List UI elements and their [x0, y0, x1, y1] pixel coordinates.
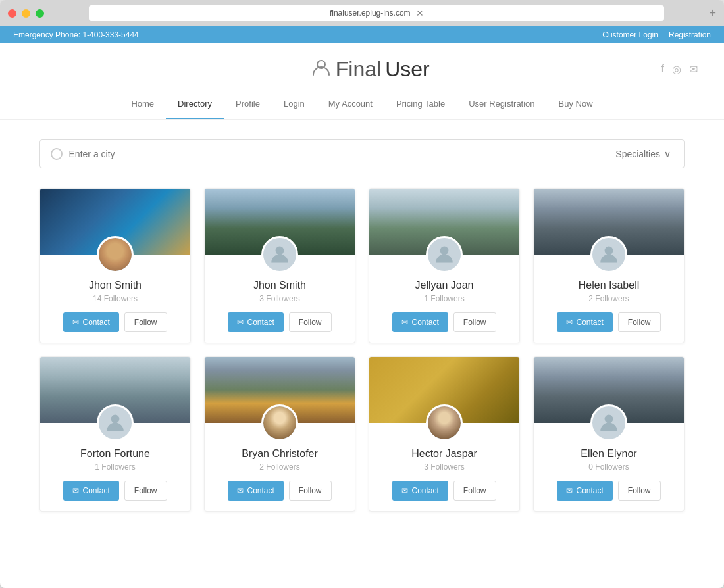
card-body: Jellyan Joan 1 Followers ✉ Contact Follo…	[369, 273, 519, 343]
card-followers: 1 Followers	[51, 462, 180, 472]
contact-label: Contact	[411, 486, 438, 495]
card-actions: ✉ Contact Follow	[380, 312, 509, 332]
svg-point-1	[276, 247, 284, 255]
page-content: Emergency Phone: 1-400-333-5444 Customer…	[0, 26, 724, 588]
card-body: Bryan Christofer 2 Followers ✉ Contact F…	[205, 441, 355, 511]
follow-button[interactable]: Follow	[124, 481, 167, 501]
browser-titlebar: finaluser.eplug-ins.com ✕ +	[0, 0, 724, 26]
location-icon	[51, 148, 63, 160]
card-body: Jhon Smith 14 Followers ✉ Contact Follow	[40, 273, 190, 343]
card-followers: 3 Followers	[215, 294, 344, 303]
mail-icon[interactable]: ✉	[689, 63, 698, 76]
close-button[interactable]	[8, 9, 16, 18]
contact-button[interactable]: ✉ Contact	[63, 481, 118, 501]
avatar-icon	[434, 243, 455, 266]
avatar-icon	[269, 243, 290, 266]
logo-icon	[311, 57, 332, 82]
top-bar: Emergency Phone: 1-400-333-5444 Customer…	[0, 26, 724, 43]
city-search-input[interactable]	[69, 149, 592, 159]
minimize-button[interactable]	[22, 9, 30, 18]
card-actions: ✉ Contact Follow	[51, 481, 180, 501]
nav-item-login[interactable]: Login	[272, 89, 317, 119]
cards-grid: Jhon Smith 14 Followers ✉ Contact Follow	[39, 188, 685, 512]
address-bar[interactable]: finaluser.eplug-ins.com ✕	[89, 5, 664, 21]
card-followers: 14 Followers	[51, 294, 180, 303]
contact-button[interactable]: ✉ Contact	[392, 481, 448, 501]
contact-label: Contact	[576, 486, 603, 495]
maximize-button[interactable]	[36, 9, 44, 18]
card-body: Hector Jaspar 3 Followers ✉ Contact Foll…	[369, 441, 519, 511]
tab-close-icon[interactable]: ✕	[416, 8, 424, 18]
card-name: Jhon Smith	[51, 280, 180, 291]
card-name: Jellyan Joan	[380, 280, 509, 291]
svg-point-4	[111, 415, 120, 424]
search-city-container	[40, 140, 602, 168]
search-bar: Specialties ∨	[39, 139, 685, 168]
avatar-photo	[99, 238, 132, 271]
card-actions: ✉ Contact Follow	[215, 481, 344, 501]
nav-item-home[interactable]: Home	[119, 89, 166, 119]
contact-button[interactable]: ✉ Contact	[392, 312, 448, 332]
svg-point-3	[605, 247, 613, 255]
card-avatar-wrap	[534, 236, 684, 273]
instagram-icon[interactable]: ◎	[672, 63, 681, 76]
registration-link[interactable]: Registration	[669, 30, 711, 39]
avatar-icon	[598, 243, 619, 266]
contact-button[interactable]: ✉ Contact	[557, 312, 612, 332]
avatar	[590, 404, 627, 441]
envelope-icon: ✉	[237, 318, 244, 327]
card-followers: 0 Followers	[544, 462, 673, 472]
site-nav: Home Directory Profile Login My Account …	[0, 89, 724, 120]
avatar	[97, 404, 134, 441]
nav-item-profile[interactable]: Profile	[224, 89, 272, 119]
follow-button[interactable]: Follow	[618, 481, 661, 501]
nav-item-directory[interactable]: Directory	[166, 89, 224, 119]
avatar	[261, 236, 298, 273]
specialties-dropdown[interactable]: Specialties ∨	[602, 140, 684, 168]
contact-label: Contact	[247, 486, 274, 495]
follow-button[interactable]: Follow	[453, 481, 496, 501]
follow-button[interactable]: Follow	[124, 312, 167, 332]
card-body: Jhon Smith 3 Followers ✉ Contact Follow	[205, 273, 355, 343]
nav-item-buynow[interactable]: Buy Now	[547, 89, 605, 119]
user-card: Jhon Smith 14 Followers ✉ Contact Follow	[39, 188, 191, 343]
follow-button[interactable]: Follow	[453, 312, 496, 332]
nav-item-pricing[interactable]: Pricing Table	[384, 89, 457, 119]
customer-login-link[interactable]: Customer Login	[602, 30, 658, 39]
envelope-icon: ✉	[237, 486, 244, 495]
nav-item-registration[interactable]: User Registration	[457, 89, 546, 119]
browser-window: finaluser.eplug-ins.com ✕ + Emergency Ph…	[0, 0, 724, 588]
contact-button[interactable]: ✉ Contact	[557, 481, 612, 501]
contact-button[interactable]: ✉ Contact	[228, 481, 283, 501]
contact-label: Contact	[82, 318, 109, 327]
contact-button[interactable]: ✉ Contact	[228, 312, 283, 332]
card-followers: 1 Followers	[380, 294, 509, 303]
social-icons: f ◎ ✉	[661, 63, 698, 76]
facebook-icon[interactable]: f	[661, 63, 664, 76]
new-tab-button[interactable]: +	[709, 7, 716, 20]
user-card: Forton Fortune 1 Followers ✉ Contact Fol…	[39, 356, 191, 512]
card-name: Jhon Smith	[215, 280, 344, 291]
nav-item-myaccount[interactable]: My Account	[317, 89, 384, 119]
follow-button[interactable]: Follow	[618, 312, 661, 332]
site-logo: Final User	[311, 57, 430, 82]
envelope-icon: ✉	[72, 486, 79, 495]
user-card: Jhon Smith 3 Followers ✉ Contact Follow	[204, 188, 355, 343]
card-actions: ✉ Contact Follow	[215, 312, 344, 332]
card-avatar-wrap	[369, 236, 519, 273]
contact-label: Contact	[247, 318, 274, 327]
card-followers: 2 Followers	[544, 294, 673, 303]
site-header: Final User f ◎ ✉	[0, 43, 724, 89]
card-avatar-wrap	[205, 404, 355, 441]
emergency-phone: Emergency Phone: 1-400-333-5444	[13, 30, 139, 39]
contact-button[interactable]: ✉ Contact	[63, 312, 118, 332]
follow-button[interactable]: Follow	[289, 481, 332, 501]
avatar	[261, 404, 298, 441]
follow-button[interactable]: Follow	[289, 312, 332, 332]
card-name: Forton Fortune	[51, 448, 180, 460]
envelope-icon: ✉	[566, 486, 573, 495]
avatar-icon	[598, 411, 619, 435]
contact-label: Contact	[82, 486, 109, 495]
card-name: Helen Isabell	[544, 280, 673, 291]
top-bar-links: Customer Login Registration	[602, 30, 711, 39]
